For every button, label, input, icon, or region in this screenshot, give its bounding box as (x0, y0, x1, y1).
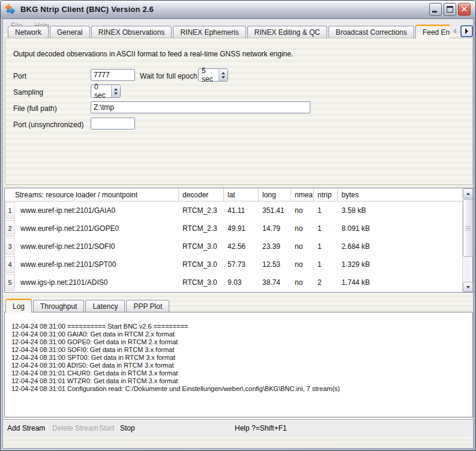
table-row[interactable]: 4 www.euref-ip.net:2101/SPT00 RTCM_3.0 5… (5, 255, 462, 273)
cell-nmea: no (291, 278, 314, 287)
file-path-input[interactable] (91, 101, 310, 113)
app-window: BKG Ntrip Client (BNC) Version 2.6 ✕ Fil… (0, 0, 476, 451)
cell-mountpoint: www.euref-ip.net:2101/GAIA0 (16, 206, 179, 215)
tab-broadcast-corrections[interactable]: Broadcast Corrections (328, 26, 414, 38)
bnc-app-icon (5, 4, 16, 15)
minimize-icon (432, 11, 437, 13)
tab-latency[interactable]: Latency (85, 300, 125, 312)
row-number: 5 (5, 274, 15, 291)
row-number: 2 (5, 220, 15, 237)
tab-ppp-plot[interactable]: PPP Plot (126, 300, 169, 312)
cell-nmea: no (291, 260, 314, 269)
cell-ntrip: 1 (314, 206, 338, 215)
arrow-down-icon (466, 286, 470, 288)
streams-table: Streams: resource loader / mountpoint de… (4, 188, 473, 293)
port-input[interactable] (91, 69, 135, 81)
tab-log[interactable]: Log (5, 299, 32, 312)
port-unsync-label: Port (unsynchronized) (13, 121, 83, 129)
cell-mountpoint: www.euref-ip.net:2101/SPT00 (16, 260, 179, 269)
cell-lat: 49.91 (224, 224, 259, 233)
header-ntrip[interactable]: ntrip (314, 188, 338, 201)
header-bytes[interactable]: bytes (338, 188, 462, 201)
main-tabbar: Network General RINEX Observations RINEX… (8, 23, 450, 38)
wait-epoch-spinner[interactable]: 5 sec (198, 68, 228, 82)
minimize-button[interactable] (429, 3, 442, 16)
cell-mountpoint: www.igs-ip.net:2101/ADIS0 (16, 278, 179, 287)
sampling-label: Sampling (13, 88, 43, 97)
tab-throughput[interactable]: Throughput (33, 300, 84, 312)
port-unsync-input[interactable] (91, 118, 135, 130)
file-path-label: File (full path) (13, 104, 57, 113)
port-label: Port (13, 72, 26, 80)
table-row[interactable]: 3 www.euref-ip.net:2101/SOFI0 RTCM_3.0 4… (5, 237, 462, 255)
table-scrollbar[interactable] (462, 188, 472, 292)
cell-long: 38.74 (259, 278, 291, 287)
log-line: 12-04-24 08:31:00 SPT00: Get data in RTC… (11, 354, 472, 362)
log-line: 12-04-24 08:31:01 CHUR0: Get data in RTC… (11, 369, 472, 377)
spinner-arrows-icon[interactable] (218, 69, 227, 81)
spinner-arrows-icon[interactable] (111, 85, 120, 97)
row-number: 3 (5, 238, 15, 255)
log-line: 12-04-24 08:31:00 ========== Start BNC v… (11, 323, 472, 330)
table-row[interactable]: 5 www.igs-ip.net:2101/ADIS0 RTCM_3.0 9.0… (5, 273, 462, 291)
sampling-spinner[interactable]: 0 sec (91, 85, 121, 98)
scrollbar-thumb[interactable] (463, 199, 473, 257)
tab-feed-engine[interactable]: Feed Engine (415, 25, 450, 38)
cell-ntrip: 1 (314, 224, 338, 233)
table-row[interactable]: 2 www.euref-ip.net:2101/GOPE0 RTCM_2.3 4… (5, 220, 462, 237)
tab-rinex-observations[interactable]: RINEX Observations (91, 26, 172, 38)
tab-network[interactable]: Network (8, 26, 49, 38)
cell-decoder: RTCM_3.0 (179, 278, 224, 287)
cell-nmea: no (291, 242, 314, 251)
log-panel[interactable]: 12-04-24 08:31:00 ========== Start BNC v… (4, 312, 473, 417)
delete-stream-button[interactable]: Delete Stream (52, 424, 98, 432)
header-mountpoint[interactable]: Streams: resource loader / mountpoint (5, 188, 179, 201)
log-line: 12-04-24 08:31:00 GAIA0: Get data in RTC… (11, 330, 472, 338)
log-line: 12-04-24 08:31:00 GOPE0: Get data in RTC… (11, 338, 472, 346)
cell-lat: 57.73 (224, 260, 259, 269)
header-nmea[interactable]: nmea (291, 188, 314, 201)
cell-nmea: no (291, 224, 314, 233)
close-icon: ✕ (459, 4, 470, 15)
tab-rinex-editing-qc[interactable]: RINEX Editing & QC (247, 26, 327, 38)
sampling-value: 0 sec (91, 83, 111, 100)
log-line: 12-04-24 08:31:01 Configuration read: C:… (11, 385, 472, 393)
scroll-up-button[interactable] (463, 188, 473, 199)
arrow-up-icon (466, 193, 470, 195)
add-stream-button[interactable]: Add Stream (7, 424, 45, 432)
streams-table-header: Streams: resource loader / mountpoint de… (5, 188, 462, 202)
cell-nmea: no (291, 206, 314, 215)
tab-scroll-right-button[interactable] (460, 25, 473, 37)
cell-bytes: 3.58 kB (338, 206, 462, 215)
panel-description: Output decoded observations in ASCII for… (13, 50, 293, 58)
maximize-button[interactable] (444, 3, 456, 16)
cell-long: 14.79 (259, 224, 291, 233)
wait-epoch-value: 5 sec (199, 67, 218, 83)
header-long[interactable]: long (259, 188, 291, 201)
cell-long: 12.53 (259, 260, 291, 269)
help-button[interactable]: Help ?=Shift+F1 (235, 424, 287, 432)
tab-general[interactable]: General (50, 26, 90, 38)
feed-engine-panel: Output decoded observations in ASCII for… (5, 38, 473, 185)
cell-decoder: RTCM_2.3 (179, 206, 224, 215)
start-button[interactable]: Start (99, 424, 114, 432)
table-row[interactable]: 1 www.euref-ip.net:2101/GAIA0 RTCM_2.3 4… (5, 202, 462, 220)
window-title: BKG Ntrip Client (BNC) Version 2.6 (20, 5, 154, 14)
cell-decoder: RTCM_3.0 (179, 242, 224, 251)
header-decoder[interactable]: decoder (179, 188, 224, 201)
cell-mountpoint: www.euref-ip.net:2101/GOPE0 (16, 224, 179, 233)
wait-epoch-label: Wait for full epoch (140, 72, 197, 80)
cell-bytes: 8.091 kB (338, 224, 462, 233)
stop-button[interactable]: Stop (120, 424, 135, 432)
scroll-down-button[interactable] (463, 282, 473, 292)
log-line: 12-04-24 08:31:01 WTZR0: Get data in RTC… (11, 377, 472, 385)
tab-scroll-left-button[interactable] (450, 25, 460, 37)
titlebar[interactable]: BKG Ntrip Client (BNC) Version 2.6 ✕ (1, 1, 475, 19)
row-number: 1 (5, 202, 15, 219)
row-number: 4 (5, 256, 15, 273)
cell-ntrip: 2 (314, 278, 338, 287)
close-button[interactable]: ✕ (458, 3, 471, 16)
header-lat[interactable]: lat (224, 188, 259, 201)
tab-rinex-ephemeris[interactable]: RINEX Ephemeris (173, 26, 246, 38)
cell-decoder: RTCM_2.3 (179, 224, 224, 233)
